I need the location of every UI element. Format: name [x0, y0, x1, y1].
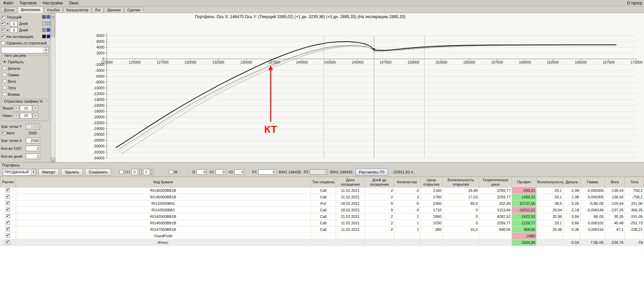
menu-settings[interactable]: Настройки	[40, 0, 66, 6]
strategy-select[interactable]	[1, 47, 49, 53]
spin-up-icon[interactable]	[138, 169, 141, 172]
cell: 2259,77	[479, 220, 512, 226]
scroll-up-icon[interactable]	[51, 13, 55, 17]
plus3-checkbox[interactable]	[1, 28, 5, 32]
spin-up-icon[interactable]	[149, 169, 153, 172]
column-header[interactable]: Дней до погашения	[365, 177, 394, 187]
m-checkbox[interactable]	[169, 170, 173, 174]
cell: -3	[394, 187, 420, 194]
tab-deals[interactable]: Сделки	[124, 7, 143, 13]
column-header[interactable]: Теоретическая цена	[479, 177, 512, 187]
row-checkbox[interactable]	[6, 208, 10, 212]
sko-count-input[interactable]	[26, 146, 40, 151]
menu-window[interactable]: Окно	[66, 0, 82, 6]
below-value[interactable]: 15	[20, 113, 32, 119]
dh-checkbox[interactable]	[119, 170, 124, 174]
plus3-days-input[interactable]	[10, 27, 17, 33]
row-checkbox[interactable]	[6, 195, 10, 199]
tab-log[interactable]: Лог	[92, 7, 104, 13]
profit-chart[interactable]: 80006000400020000-2000-4000-6000-8000-10…	[55, 21, 644, 161]
calculate-go-button[interactable]: Рассчитать ГО	[355, 169, 388, 176]
cell: 2160	[420, 187, 443, 194]
row-checkbox[interactable]	[6, 234, 10, 238]
plus1-days-input[interactable]	[10, 21, 17, 26]
row-checkbox[interactable]	[6, 221, 10, 225]
column-header[interactable]: Дата погашения	[336, 177, 365, 187]
svg-text:-22000: -22000	[93, 121, 104, 125]
vomma-radio[interactable]	[3, 92, 7, 96]
grid-x-input[interactable]	[26, 138, 40, 143]
plus1-checkbox[interactable]	[1, 22, 5, 26]
column-header[interactable]: Вега	[605, 177, 625, 187]
column-header[interactable]: Профит	[512, 177, 537, 187]
tab-diagram[interactable]: Диаграмма	[17, 6, 43, 13]
row-checkbox[interactable]	[6, 188, 10, 192]
dh-spinner-1[interactable]: 0	[131, 169, 142, 175]
svg-text:-12000: -12000	[93, 92, 104, 96]
scrollbar-thumb[interactable]	[51, 18, 55, 37]
row-checkbox[interactable]	[6, 227, 10, 231]
delta-radio[interactable]	[3, 66, 7, 70]
portfolio-select[interactable]: ПРОДАННЫЙ	[3, 169, 36, 175]
cell: RI145000BB1B	[16, 187, 311, 194]
column-header[interactable]: Код бумаги	[16, 177, 311, 187]
profit-radio[interactable]	[3, 60, 7, 64]
vega-radio[interactable]	[3, 79, 7, 83]
above-decrease-button[interactable]	[14, 105, 19, 111]
days-count-input[interactable]	[26, 154, 40, 159]
dh-spinner-2[interactable]: 1	[143, 169, 153, 175]
delete-button[interactable]: Удалить	[61, 169, 83, 176]
save-button[interactable]: Сохранить	[85, 169, 111, 176]
compare-strategy-checkbox[interactable]	[1, 41, 5, 45]
p2-input[interactable]	[310, 169, 327, 175]
v2-input[interactable]	[234, 169, 245, 175]
d-input[interactable]	[196, 169, 207, 175]
tab-data[interactable]: Данные	[104, 7, 124, 13]
column-header[interactable]: Количество	[394, 177, 420, 187]
plus1-swatch-blue[interactable]	[47, 22, 50, 25]
cell: 2	[365, 226, 394, 233]
menu-about[interactable]: О прогр	[626, 0, 644, 6]
spin-down-icon[interactable]	[149, 172, 153, 175]
v1-input[interactable]	[216, 169, 226, 175]
plus3-swatch-blue[interactable]	[47, 28, 50, 32]
current-checkbox[interactable]	[1, 15, 5, 19]
below-increase-button[interactable]	[33, 113, 38, 119]
tab-smile[interactable]: Улыбка	[44, 7, 63, 13]
theta-radio[interactable]	[3, 86, 7, 90]
column-header[interactable]: Расчет	[0, 177, 16, 187]
menu-trading[interactable]: Торговля	[16, 0, 40, 6]
auto-checkbox[interactable]	[1, 131, 5, 135]
compare-strategy-row: Сравнить со стратегией	[1, 40, 51, 46]
above-increase-button[interactable]	[33, 105, 38, 111]
column-header[interactable]: Тета	[625, 177, 644, 187]
p1-input[interactable]	[258, 169, 276, 175]
expiration-swatch-black[interactable]	[42, 35, 46, 38]
expiration-checkbox[interactable]	[1, 35, 5, 39]
column-header[interactable]: Цена открытия	[420, 177, 443, 187]
expiration-swatch-blue[interactable]	[47, 35, 50, 38]
current-swatch-gray[interactable]	[42, 15, 46, 19]
current-swatch-blue[interactable]	[47, 15, 50, 19]
spin-down-icon[interactable]	[138, 172, 141, 175]
gamma-radio[interactable]	[3, 73, 7, 77]
tab-board[interactable]: Доска	[1, 7, 17, 13]
plus3-swatch-gray[interactable]	[42, 28, 46, 32]
column-header[interactable]: Гамма	[580, 177, 605, 187]
row-checkbox[interactable]	[6, 240, 10, 244]
menu-file[interactable]: Файл	[0, 0, 16, 6]
column-header[interactable]: Волатильность	[537, 177, 563, 187]
column-header[interactable]: Дельта	[563, 177, 580, 187]
above-value[interactable]: 15	[20, 105, 32, 111]
row-checkbox[interactable]	[6, 214, 10, 218]
column-header[interactable]: Тип опциона	[311, 177, 336, 187]
tab-calculator[interactable]: Калькулятор	[63, 7, 91, 13]
sidebar-scrollbar[interactable]	[51, 13, 55, 162]
import-button[interactable]: Импорт	[38, 169, 59, 176]
plus1-swatch-gray[interactable]	[42, 22, 46, 25]
grid-y-input[interactable]	[26, 124, 40, 129]
row-checkbox[interactable]	[6, 201, 10, 205]
below-decrease-button[interactable]	[14, 113, 19, 119]
column-header[interactable]: Волатильность открытия	[443, 177, 479, 187]
scroll-down-icon[interactable]	[51, 158, 55, 162]
